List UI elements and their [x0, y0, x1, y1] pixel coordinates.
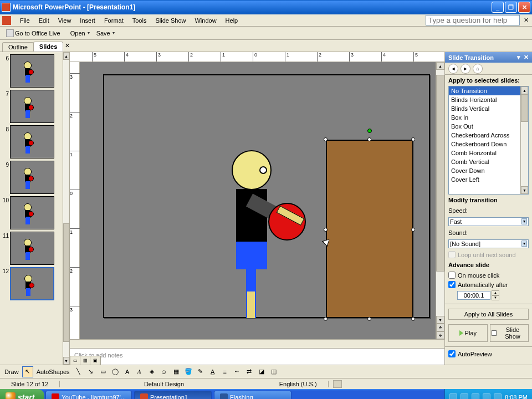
- speed-select[interactable]: Fast: [448, 217, 529, 226]
- tab-outline[interactable]: Outline: [2, 42, 34, 52]
- editor-scrollbar-h[interactable]: [70, 339, 444, 348]
- editor-scroll-up[interactable]: ▲: [436, 62, 444, 70]
- figure-eye[interactable]: [259, 166, 267, 174]
- select-tool[interactable]: ↖: [22, 366, 33, 377]
- apply-all-button[interactable]: Apply to All Slides: [448, 309, 529, 320]
- menu-format[interactable]: Format: [100, 16, 128, 25]
- document-close-button[interactable]: ✕: [522, 17, 530, 24]
- editor-scroll-down[interactable]: ▼: [436, 316, 444, 324]
- scroll-thumb[interactable]: [63, 223, 69, 342]
- slide-thumbnail-12[interactable]: [10, 267, 54, 300]
- taskpane-home-button[interactable]: ⌂: [473, 64, 483, 74]
- next-slide-button[interactable]: ⬙: [436, 331, 444, 339]
- taskbar-youtube[interactable]: YouTube - liamturn97'...: [45, 391, 132, 399]
- sorter-view-button[interactable]: ▦: [80, 356, 90, 365]
- taskbar-flashing[interactable]: Flashing: [214, 391, 291, 399]
- prev-slide-button[interactable]: ⬘: [436, 324, 444, 331]
- editor-scrollbar-v[interactable]: ▲ ▼ ⬘ ⬙: [436, 62, 444, 339]
- dash-style-tool[interactable]: ┅: [232, 366, 243, 377]
- notes-pane[interactable]: Click to add notes: [70, 348, 444, 365]
- wordart-tool[interactable]: 𝑨: [134, 366, 145, 377]
- selection-handle-w[interactable]: [324, 228, 328, 232]
- transition-option[interactable]: Box Out: [449, 122, 520, 131]
- selection-handle-e[interactable]: [411, 228, 415, 232]
- arrow-tool[interactable]: ↘: [85, 366, 96, 377]
- fill-color-tool[interactable]: 🪣: [183, 366, 194, 377]
- status-icon[interactable]: [333, 380, 342, 388]
- transition-option[interactable]: Cover Down: [449, 166, 520, 175]
- selection-handle-n[interactable]: [367, 137, 371, 141]
- transition-option[interactable]: Checkerboard Across: [449, 131, 520, 140]
- transition-option[interactable]: Checkerboard Down: [449, 140, 520, 149]
- editor-scroll-thumb[interactable]: [436, 75, 444, 272]
- tray-icon-5[interactable]: [494, 393, 502, 399]
- transition-scrollbar[interactable]: ▲ ▼: [520, 86, 528, 194]
- time-spin-down[interactable]: ▼: [492, 295, 499, 300]
- slideshow-view-button[interactable]: ▣: [90, 356, 100, 365]
- taskpane-forward-button[interactable]: ►: [461, 64, 470, 74]
- selection-handle-s[interactable]: [367, 317, 371, 321]
- sound-select[interactable]: [No Sound]: [448, 239, 529, 248]
- tlist-scroll-down[interactable]: ▼: [521, 186, 528, 194]
- transition-option[interactable]: No Transition: [449, 86, 520, 95]
- start-button[interactable]: start: [0, 389, 44, 399]
- menu-edit[interactable]: Edit: [34, 16, 54, 25]
- help-question-input[interactable]: [426, 15, 520, 25]
- slide-thumbnail-11[interactable]: [10, 232, 54, 265]
- line-color-tool[interactable]: ✎: [195, 366, 206, 377]
- shadow-tool[interactable]: ◪: [256, 366, 267, 377]
- door-shape[interactable]: [326, 140, 413, 318]
- rectangle-tool[interactable]: ▭: [98, 366, 109, 377]
- arrow-style-tool[interactable]: ⇄: [244, 366, 255, 377]
- autoshapes-menu[interactable]: AutoShapes: [34, 367, 72, 376]
- line-tool[interactable]: ╲: [73, 366, 84, 377]
- transition-option[interactable]: Comb Horizontal: [449, 149, 520, 157]
- transition-option[interactable]: Blinds Horizontal: [449, 95, 520, 104]
- system-tray[interactable]: 8:08 PM: [444, 389, 532, 399]
- tray-icon-1[interactable]: [449, 393, 457, 399]
- selection-handle-ne[interactable]: [411, 137, 415, 141]
- taskbar-presentation[interactable]: Presentation1: [134, 391, 212, 399]
- slide-thumbnail-6[interactable]: [10, 54, 54, 88]
- play-button[interactable]: Play: [448, 324, 488, 342]
- textbox-tool[interactable]: A: [122, 366, 133, 377]
- draw-menu[interactable]: Draw: [2, 367, 21, 376]
- menu-tools[interactable]: Tools: [128, 16, 151, 25]
- taskpane-close-button[interactable]: ✕: [524, 54, 529, 61]
- auto-after-time-input[interactable]: [457, 291, 490, 300]
- oval-tool[interactable]: ◯: [110, 366, 121, 377]
- rotation-handle[interactable]: [367, 129, 372, 133]
- save-button[interactable]: Save: [94, 28, 117, 38]
- slideshow-button[interactable]: Slide Show: [490, 324, 529, 342]
- transition-option[interactable]: Box In: [449, 113, 520, 122]
- maximize-button[interactable]: ❐: [505, 2, 517, 13]
- transition-option[interactable]: Comb Vertical: [449, 157, 520, 166]
- clipart-tool[interactable]: ☺: [158, 366, 170, 377]
- selection-handle-se[interactable]: [411, 317, 415, 321]
- menu-file[interactable]: File: [16, 16, 34, 25]
- slide-thumbnail-10[interactable]: [10, 196, 54, 229]
- document-icon[interactable]: [2, 16, 11, 25]
- slide-canvas[interactable]: ▲ ▼ ⬘ ⬙: [80, 62, 444, 339]
- diagram-tool[interactable]: ◈: [146, 366, 157, 377]
- taskpane-menu-button[interactable]: ▾: [517, 54, 520, 61]
- font-color-tool[interactable]: A: [207, 366, 218, 377]
- on-click-checkbox[interactable]: [448, 272, 456, 279]
- slide[interactable]: [103, 74, 430, 318]
- minimize-button[interactable]: _: [492, 2, 504, 13]
- menu-slideshow[interactable]: Slide Show: [151, 16, 190, 25]
- normal-view-button[interactable]: ▭: [70, 356, 80, 365]
- figure-pants[interactable]: [236, 242, 267, 269]
- transition-list[interactable]: No TransitionBlinds HorizontalBlinds Ver…: [448, 86, 529, 195]
- transition-option[interactable]: Cover Left: [449, 175, 520, 184]
- tray-icon-3[interactable]: [472, 393, 479, 399]
- menu-help[interactable]: Help: [221, 16, 243, 25]
- close-button[interactable]: ✕: [518, 2, 530, 13]
- scroll-down-button[interactable]: ▼: [63, 357, 69, 365]
- autopreview-checkbox[interactable]: [448, 350, 456, 357]
- tlist-scroll-thumb[interactable]: [521, 94, 528, 122]
- picture-tool[interactable]: ▦: [171, 366, 182, 377]
- transition-option[interactable]: Blinds Vertical: [449, 104, 520, 113]
- 3d-tool[interactable]: ◫: [268, 366, 279, 377]
- scroll-up-button[interactable]: ▲: [63, 52, 69, 60]
